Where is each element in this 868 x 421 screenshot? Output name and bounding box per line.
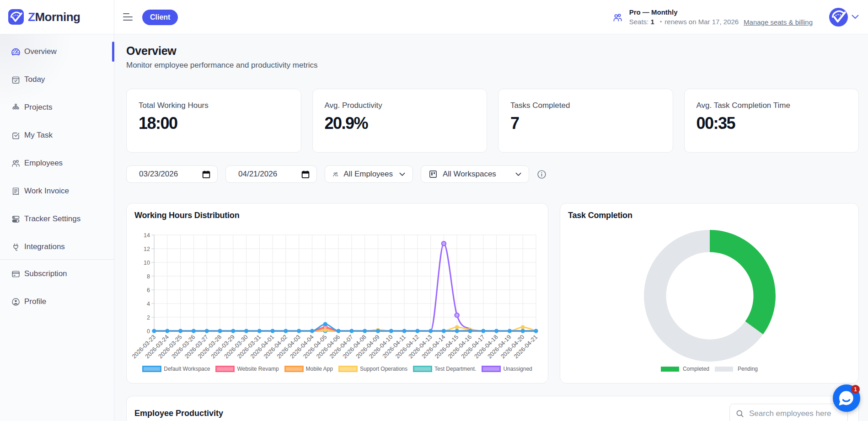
svg-text:12: 12 bbox=[144, 246, 150, 252]
svg-text:4: 4 bbox=[147, 301, 150, 307]
svg-text:6: 6 bbox=[147, 287, 150, 293]
svg-text:14: 14 bbox=[144, 232, 150, 239]
svg-text:10: 10 bbox=[144, 260, 150, 266]
svg-text:2: 2 bbox=[147, 314, 150, 321]
svg-text:0: 0 bbox=[147, 328, 150, 335]
svg-text:8: 8 bbox=[147, 273, 150, 280]
